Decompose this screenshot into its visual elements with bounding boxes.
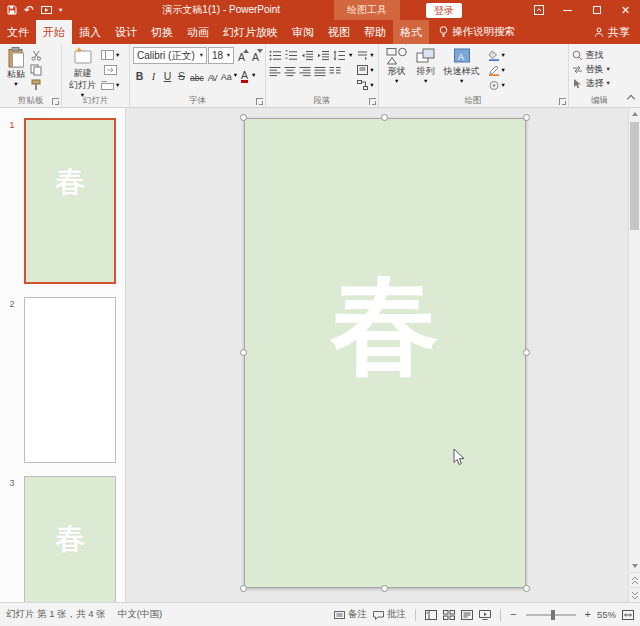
fit-to-window-icon[interactable] bbox=[622, 610, 634, 620]
notes-button[interactable]: 备注 bbox=[334, 608, 367, 621]
tab-help[interactable]: 帮助 bbox=[357, 20, 393, 44]
align-left-icon[interactable] bbox=[269, 66, 281, 77]
resize-handle-ne[interactable] bbox=[523, 114, 530, 121]
slide-text[interactable]: 春 bbox=[331, 271, 439, 379]
shape-outline-icon[interactable]: ▾ bbox=[488, 64, 505, 76]
character-spacing-button[interactable]: AV bbox=[206, 67, 219, 83]
tab-transitions[interactable]: 切换 bbox=[144, 20, 180, 44]
shrink-font-button[interactable]: A bbox=[249, 48, 262, 64]
zoom-slider-thumb[interactable] bbox=[551, 610, 555, 620]
new-slide-button[interactable]: 新建 幻灯片 ▾ bbox=[65, 46, 100, 94]
slide-editing-canvas[interactable]: 春 bbox=[126, 108, 628, 602]
text-direction-icon[interactable]: ▾ bbox=[357, 49, 373, 61]
columns-icon[interactable] bbox=[329, 66, 341, 77]
slideshow-view-button[interactable] bbox=[479, 610, 491, 620]
slide-shape-selected[interactable]: 春 bbox=[244, 118, 526, 588]
scroll-down-icon[interactable] bbox=[629, 560, 640, 572]
minimize-button[interactable] bbox=[553, 0, 582, 20]
save-icon[interactable] bbox=[7, 2, 17, 18]
quick-styles-button[interactable]: A 快速样式 ▾ bbox=[440, 46, 484, 94]
paragraph-dialog-launcher-icon[interactable] bbox=[369, 98, 376, 105]
slide-thumbnail-3[interactable]: 春 bbox=[24, 476, 116, 602]
sign-in-button[interactable]: 登录 bbox=[426, 3, 462, 18]
slide-thumbnail-2[interactable] bbox=[24, 297, 116, 463]
font-color-button[interactable]: A bbox=[238, 67, 251, 83]
language-indicator[interactable]: 中文(中国) bbox=[118, 608, 162, 621]
previous-slide-button[interactable] bbox=[629, 572, 640, 587]
select-button[interactable]: 选择 ▾ bbox=[572, 76, 628, 90]
comments-button[interactable]: 批注 bbox=[373, 608, 406, 621]
font-name-combo[interactable]: Calibri (正文)▾ bbox=[133, 47, 207, 64]
numbering-icon[interactable] bbox=[285, 50, 298, 61]
slide-sorter-view-button[interactable] bbox=[443, 610, 455, 620]
start-slideshow-icon[interactable] bbox=[41, 2, 52, 18]
bold-button[interactable]: B bbox=[133, 67, 146, 83]
scroll-up-icon[interactable] bbox=[629, 108, 640, 120]
vertical-scrollbar[interactable] bbox=[628, 108, 640, 602]
normal-view-button[interactable] bbox=[425, 610, 437, 620]
align-right-icon[interactable] bbox=[299, 66, 311, 77]
underline-button[interactable]: U bbox=[161, 67, 174, 83]
tab-insert[interactable]: 插入 bbox=[72, 20, 108, 44]
slide-counter[interactable]: 幻灯片 第 1 张，共 4 张 bbox=[6, 608, 106, 621]
line-spacing-icon[interactable] bbox=[333, 50, 346, 61]
clipboard-dialog-launcher-icon[interactable] bbox=[52, 98, 59, 105]
slide-thumbnail-1[interactable]: 春 bbox=[24, 118, 116, 284]
resize-handle-w[interactable] bbox=[240, 349, 247, 356]
paste-button[interactable]: 粘贴 ▾ bbox=[3, 46, 29, 94]
scrollbar-thumb[interactable] bbox=[630, 122, 639, 230]
align-text-icon[interactable]: ▾ bbox=[357, 64, 373, 76]
tab-slideshow[interactable]: 幻灯片放映 bbox=[216, 20, 285, 44]
copy-icon[interactable] bbox=[30, 64, 42, 76]
close-button[interactable]: ✕ bbox=[611, 0, 640, 20]
zoom-out-button[interactable]: − bbox=[510, 609, 516, 620]
text-shadow-button[interactable]: abc bbox=[189, 67, 205, 83]
zoom-slider[interactable] bbox=[526, 614, 576, 616]
cut-icon[interactable] bbox=[30, 49, 42, 61]
find-button[interactable]: 查找 bbox=[572, 48, 628, 62]
replace-button[interactable]: 替换 ▾ bbox=[572, 62, 628, 76]
grow-font-button[interactable]: A bbox=[235, 48, 248, 64]
tell-me-search[interactable]: 操作说明搜索 bbox=[431, 20, 523, 44]
section-icon[interactable]: ▾ bbox=[101, 79, 119, 91]
italic-button[interactable]: I bbox=[147, 67, 160, 83]
font-dialog-launcher-icon[interactable] bbox=[256, 98, 263, 105]
tab-file[interactable]: 文件 bbox=[0, 20, 36, 44]
tab-design[interactable]: 设计 bbox=[108, 20, 144, 44]
tab-review[interactable]: 审阅 bbox=[285, 20, 321, 44]
reading-view-button[interactable] bbox=[461, 610, 473, 620]
resize-handle-n[interactable] bbox=[381, 114, 388, 121]
align-center-icon[interactable] bbox=[284, 66, 296, 77]
undo-icon[interactable]: ↶ bbox=[24, 2, 34, 18]
resize-handle-sw[interactable] bbox=[240, 585, 247, 592]
font-size-combo[interactable]: 18▾ bbox=[208, 47, 234, 64]
increase-indent-icon[interactable] bbox=[317, 50, 330, 61]
tab-animations[interactable]: 动画 bbox=[180, 20, 216, 44]
strikethrough-button[interactable]: S bbox=[175, 67, 188, 83]
resize-handle-se[interactable] bbox=[523, 585, 530, 592]
resize-handle-s[interactable] bbox=[381, 585, 388, 592]
convert-smartart-icon[interactable]: ▾ bbox=[357, 79, 373, 91]
resize-handle-e[interactable] bbox=[523, 349, 530, 356]
next-slide-button[interactable] bbox=[629, 587, 640, 602]
slide-layout-icon[interactable]: ▾ bbox=[101, 49, 119, 61]
customize-qat-icon[interactable]: ▾ bbox=[59, 2, 62, 18]
tab-format[interactable]: 格式 bbox=[393, 20, 429, 44]
resize-handle-nw[interactable] bbox=[240, 114, 247, 121]
bullets-icon[interactable] bbox=[269, 50, 282, 61]
tab-home[interactable]: 开始 bbox=[36, 20, 72, 44]
change-case-button[interactable]: Aa bbox=[220, 67, 233, 83]
shape-effects-icon[interactable]: ▾ bbox=[488, 79, 505, 91]
shape-fill-icon[interactable]: ▾ bbox=[488, 49, 505, 61]
scrollbar-track[interactable] bbox=[629, 120, 640, 560]
arrange-button[interactable]: 排列 ▾ bbox=[412, 46, 440, 94]
zoom-level[interactable]: 55% bbox=[597, 609, 616, 620]
ribbon-display-options-icon[interactable] bbox=[524, 0, 553, 20]
decrease-indent-icon[interactable] bbox=[301, 50, 314, 61]
tab-view[interactable]: 视图 bbox=[321, 20, 357, 44]
share-button[interactable]: 共享 bbox=[584, 20, 640, 44]
shapes-button[interactable]: 形状 ▾ bbox=[382, 46, 412, 94]
zoom-in-button[interactable]: + bbox=[585, 609, 591, 620]
reset-slide-icon[interactable] bbox=[101, 64, 119, 76]
drawing-dialog-launcher-icon[interactable] bbox=[559, 98, 566, 105]
